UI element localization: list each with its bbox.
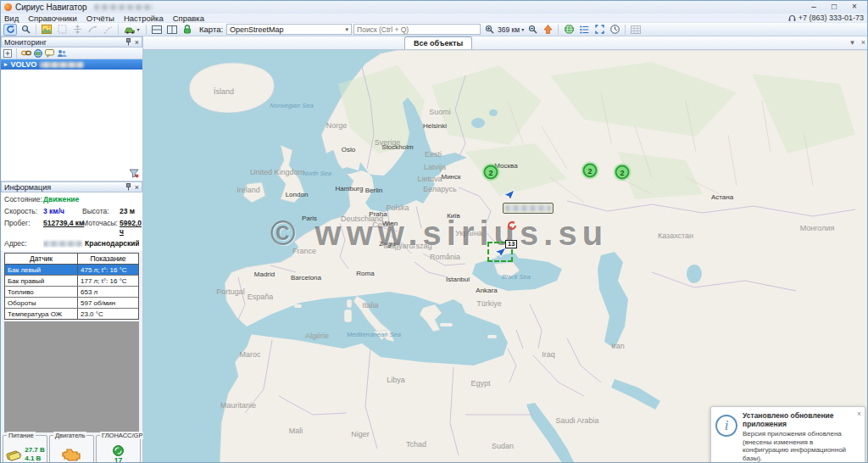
mileage-value[interactable]: 512739,4 км (43, 219, 79, 227)
address-value: Краснодарский ... (85, 239, 139, 248)
chat-icon[interactable] (45, 49, 54, 58)
svg-text:Минск: Минск (441, 173, 461, 181)
gps-globe-icon (113, 445, 124, 456)
menu-item[interactable]: Настройка (124, 14, 164, 23)
expand-all-icon[interactable] (3, 49, 12, 58)
users-icon[interactable] (57, 49, 67, 58)
minimize-button[interactable]: – (804, 2, 823, 13)
svg-text:London: London (286, 191, 309, 198)
split-horizontal-icon (152, 25, 162, 34)
state-label: Состояние: (4, 195, 43, 204)
globe-small-icon[interactable] (34, 49, 42, 58)
monitoring-list[interactable] (1, 70, 142, 181)
chevron-down-icon[interactable]: ▾ (521, 26, 524, 32)
select-tool-button[interactable] (86, 24, 99, 36)
svg-text:România: România (430, 253, 460, 261)
zoom-out-button[interactable] (526, 24, 539, 36)
history-button[interactable] (608, 24, 621, 36)
engine-label: Двигатель (53, 432, 86, 439)
power-voltage-main: 27.7 В (25, 446, 45, 455)
svg-text:Norge: Norge (326, 121, 348, 130)
headset-icon (788, 14, 796, 22)
svg-text:Algérie: Algérie (305, 332, 329, 340)
svg-text:United Kingdom: United Kingdom (250, 168, 304, 176)
grid-button[interactable] (629, 24, 643, 36)
close-button[interactable]: × (845, 2, 864, 13)
grid-icon (631, 25, 641, 34)
refresh-button[interactable] (3, 24, 17, 36)
search-icon (21, 25, 31, 34)
globe-icon (565, 25, 574, 34)
globe-button[interactable] (562, 24, 576, 36)
clock-icon (610, 25, 620, 34)
svg-text:Астана: Астана (711, 193, 734, 201)
list-icon (580, 25, 589, 34)
pin-icon[interactable] (125, 38, 131, 46)
zoom-in-button[interactable] (482, 24, 496, 36)
split-horizontal-button[interactable] (150, 24, 164, 36)
map-scale-value[interactable]: 369 км (498, 25, 520, 34)
svg-text:Беларусь: Беларусь (423, 185, 457, 193)
map-tab-bar: Все объекты ▾ × (143, 36, 868, 50)
notification-title: Установлено обновление приложения (743, 411, 860, 428)
map-viewport[interactable]: ÍslandNorgeSverigeSuomiUnited KingdomIre… (143, 50, 868, 463)
split-vertical-button[interactable] (165, 24, 179, 36)
svg-text:Oslo: Oslo (342, 146, 356, 153)
svg-text:Mali: Mali (289, 427, 303, 435)
pan-tool-icon (73, 25, 82, 34)
speed-value: 3 км/ч (43, 207, 79, 215)
chevron-down-icon[interactable]: ▾ (850, 38, 854, 47)
sensor-row[interactable]: Бак правый177 л; t°: 16 °C (5, 276, 138, 287)
support-phone: +7 (863) 333-01-73 (788, 14, 864, 22)
sensor-row[interactable]: Температура ОЖ23.0 °C (5, 309, 138, 319)
filter-icon[interactable] (129, 169, 139, 178)
svg-text:Roma: Roma (356, 270, 375, 277)
svg-text:Lietuva: Lietuva (417, 175, 442, 183)
pin-icon[interactable] (125, 183, 131, 191)
vehicle-mode-button[interactable]: ▾ (122, 24, 142, 36)
svg-text:Praha: Praha (369, 210, 387, 218)
mileage-label: Пробег: (4, 219, 43, 227)
chevron-down-icon: ▾ (346, 26, 349, 33)
svg-text:Москва: Москва (494, 162, 518, 170)
sensor-row[interactable]: Бак левый475 л; t°: 16 °C (5, 265, 138, 276)
menu-item[interactable]: Вид (4, 14, 19, 23)
legend-button[interactable] (577, 24, 591, 36)
power-label: Питание (7, 432, 36, 439)
map-provider-select[interactable]: OpenStreetMap▾ (226, 24, 352, 35)
lock-button[interactable] (181, 24, 194, 36)
close-panel-icon[interactable]: × (135, 183, 139, 192)
svg-text:Italia: Italia (362, 301, 378, 310)
hours-value[interactable]: 5992,0 ч (120, 219, 142, 236)
menu-item[interactable]: Отчёты (86, 14, 114, 23)
tab-all-objects[interactable]: Все объекты (404, 36, 472, 49)
search-input[interactable] (353, 24, 481, 35)
sensor-row[interactable]: Обороты597 об/мин (5, 298, 138, 309)
sensor-row[interactable]: Топливо653 л (5, 287, 138, 298)
engine-groupbox: Двигатель (49, 435, 94, 463)
svg-text:Suomi: Suomi (429, 108, 451, 116)
link-icon[interactable] (21, 49, 31, 57)
maximize-button[interactable]: □ (825, 2, 843, 13)
engine-icon (61, 446, 83, 463)
svg-text:Hamburg: Hamburg (336, 185, 364, 192)
value-col-header: Показание (78, 254, 138, 264)
row-expand-icon[interactable]: ▸ (4, 61, 8, 68)
close-tab-icon[interactable]: × (861, 38, 865, 47)
vehicle-row[interactable]: ▸ VOLVO (1, 59, 142, 70)
measure-tool-button[interactable] (101, 24, 114, 36)
menu-item[interactable]: Справка (173, 14, 204, 23)
notification-close-icon[interactable]: × (857, 410, 861, 418)
zoom-region-button[interactable] (55, 24, 69, 36)
altitude-value: 23 м (120, 207, 135, 215)
menu-item[interactable]: Справочники (28, 14, 77, 23)
svg-text:Norwegian Sea: Norwegian Sea (270, 102, 313, 109)
fullscreen-button[interactable] (593, 24, 606, 36)
update-notification[interactable]: i Установлено обновление приложения Верс… (710, 406, 865, 463)
map-image-button[interactable] (40, 24, 53, 36)
close-panel-icon[interactable]: × (135, 38, 139, 47)
sensor-table-header: Датчик Показание (5, 254, 138, 265)
search-tool-button[interactable] (19, 24, 32, 36)
go-home-button[interactable] (541, 24, 554, 36)
pan-tool-button[interactable] (70, 24, 84, 36)
